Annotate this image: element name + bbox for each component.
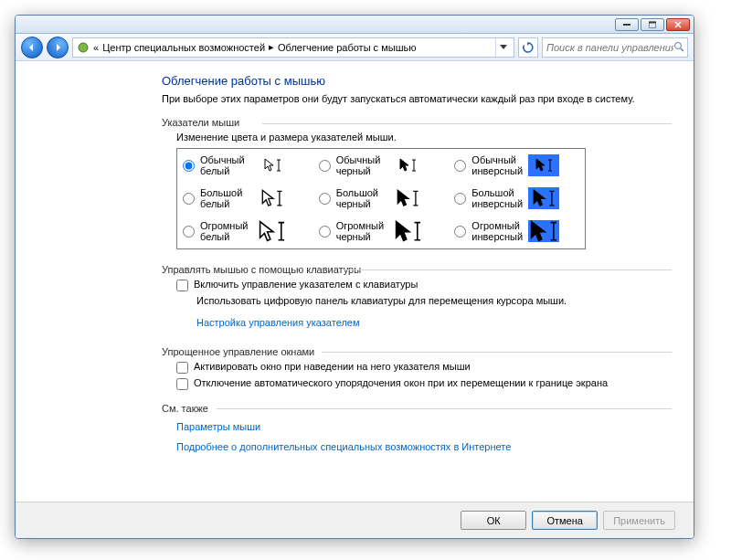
pointer-label: Большойинверсный [471, 187, 524, 209]
cursor-arrow-icon [397, 189, 411, 208]
apply-button[interactable]: Применить [603, 511, 675, 530]
pointer-label: Большойбелый [200, 187, 253, 209]
breadcrumb-sep: ▸ [269, 41, 274, 53]
check-disable-snap[interactable]: Отключение автоматического упорядочения … [176, 377, 672, 390]
group-keyboard: Управлять мышью с помощью клавиатуры [162, 264, 672, 275]
pointer-option[interactable]: Большойчерный [313, 182, 450, 215]
pointers-desc: Изменение цвета и размера указателей мыш… [176, 132, 672, 143]
pointer-label: Огромныйчерный [336, 220, 389, 242]
close-button[interactable] [666, 18, 690, 31]
keyboard-desc: Использовать цифровую панель клавиатуры … [196, 295, 672, 306]
pointer-preview [528, 154, 559, 176]
svg-rect-2 [649, 21, 656, 23]
footer: ОК Отмена Применить [16, 502, 694, 538]
pointer-label: Огромныйинверсный [471, 220, 524, 242]
pointer-radio[interactable] [183, 193, 195, 205]
pointer-label: Обычныйчерный [336, 154, 389, 176]
pointer-radio[interactable] [454, 226, 466, 238]
pointer-label: Огромныйбелый [200, 220, 253, 242]
caret-icon [276, 190, 283, 206]
cursor-arrow-icon [259, 220, 276, 244]
pointer-preview [528, 187, 559, 209]
pointer-option[interactable]: Большойбелый [177, 182, 313, 215]
check-mousekeys[interactable]: Включить управление указателем с клавиат… [176, 279, 672, 291]
ok-button[interactable]: ОК [461, 511, 526, 530]
pointer-preview [528, 220, 559, 242]
pointer-label: Большойчерный [336, 187, 389, 209]
breadcrumb[interactable]: « Центр специальных возможностей ▸ Облег… [72, 37, 514, 58]
pointer-preview [393, 187, 424, 209]
pointer-preview [257, 187, 288, 209]
caret-icon [277, 221, 286, 241]
group-pointers: Указатели мыши [162, 117, 672, 128]
pointer-option[interactable]: Большойинверсный [449, 182, 585, 215]
svg-rect-0 [623, 24, 630, 26]
caret-icon [412, 190, 419, 206]
nav-back-button[interactable] [21, 37, 43, 58]
svg-point-3 [79, 43, 88, 52]
group-windows: Упрощенное управление окнами [162, 346, 672, 357]
control-panel-icon [77, 41, 90, 54]
check-activate-hover[interactable]: Активировать окно при наведении на него … [176, 361, 672, 374]
group-seealso: См. также [162, 403, 672, 414]
pointer-label: Обычныйинверсный [471, 154, 524, 176]
refresh-button[interactable] [518, 37, 538, 58]
nav-bar: « Центр специальных возможностей ▸ Облег… [16, 34, 694, 61]
svg-point-4 [675, 42, 682, 48]
cursor-arrow-icon [535, 158, 546, 173]
nav-forward-button[interactable] [47, 37, 69, 58]
search-box[interactable] [542, 37, 688, 58]
titlebar [16, 16, 694, 34]
pointer-option[interactable]: Огромныйбелый [177, 215, 313, 248]
pointer-label: Обычныйбелый [200, 154, 253, 176]
breadcrumb-prefix: « [93, 42, 99, 53]
caret-icon [548, 190, 556, 206]
caret-icon [413, 221, 422, 241]
caret-icon [276, 159, 281, 172]
link-online-accessibility[interactable]: Подробнее о дополнительных специальных в… [176, 441, 511, 452]
window: « Центр специальных возможностей ▸ Облег… [15, 15, 694, 539]
maximize-button[interactable] [641, 18, 664, 31]
pointer-grid: ОбычныйбелыйОбычныйчерныйОбычныйинверсны… [176, 148, 586, 249]
link-mouse-params[interactable]: Параметры мыши [176, 421, 260, 432]
cursor-arrow-icon [261, 189, 276, 208]
link-pointer-setup[interactable]: Настройка управления указателем [196, 317, 360, 328]
pointer-radio[interactable] [454, 160, 466, 172]
check-mousekeys-input[interactable] [176, 280, 188, 291]
breadcrumb-dropdown[interactable] [495, 38, 510, 57]
caret-icon [549, 221, 558, 241]
pointer-radio[interactable] [183, 226, 195, 238]
page-subtitle: При выборе этих параметров они будут зап… [162, 93, 672, 104]
cursor-arrow-icon [533, 189, 547, 208]
caret-icon [547, 159, 553, 172]
minimize-button[interactable] [615, 18, 639, 31]
cursor-arrow-icon [530, 220, 547, 244]
pointer-radio[interactable] [319, 193, 331, 205]
pointer-option[interactable]: Обычныйчерный [313, 149, 450, 182]
content-area: Облегчение работы с мышью При выборе эти… [16, 61, 694, 492]
page-title: Облегчение работы с мышью [162, 74, 672, 88]
search-icon [673, 41, 683, 54]
pointer-option[interactable]: Обычныйбелый [177, 149, 313, 182]
pointer-radio[interactable] [454, 193, 466, 205]
cancel-button[interactable]: Отмена [532, 511, 598, 530]
pointer-option[interactable]: Обычныйинверсный [449, 149, 585, 182]
pointer-radio[interactable] [319, 226, 331, 238]
cursor-arrow-icon [264, 158, 275, 173]
check-activate-hover-input[interactable] [176, 362, 188, 374]
check-disable-snap-input[interactable] [176, 378, 188, 390]
pointer-preview [257, 220, 288, 242]
caret-icon [411, 159, 417, 172]
cursor-arrow-icon [399, 158, 410, 173]
breadcrumb-part1[interactable]: Центр специальных возможностей [102, 42, 265, 53]
pointer-option[interactable]: Огромныйчерный [313, 215, 450, 248]
search-input[interactable] [546, 42, 673, 53]
pointer-option[interactable]: Огромныйинверсный [449, 215, 585, 248]
cursor-arrow-icon [395, 220, 412, 244]
pointer-radio[interactable] [319, 160, 331, 172]
breadcrumb-part2[interactable]: Облегчение работы с мышью [278, 42, 416, 53]
pointer-preview [393, 220, 424, 242]
pointer-preview [257, 154, 288, 176]
pointer-preview [393, 154, 424, 176]
pointer-radio[interactable] [183, 160, 195, 172]
